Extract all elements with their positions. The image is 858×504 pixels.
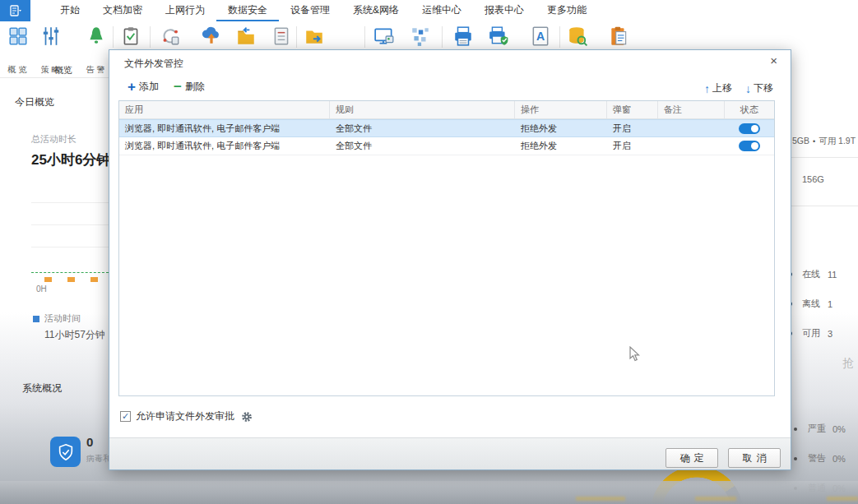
antivirus-card[interactable] (50, 437, 81, 467)
cell-app: 浏览器, 即时通讯软件, 电子邮件客户端 (119, 123, 330, 135)
gridline (31, 247, 109, 247)
delete-label: 删除 (185, 80, 205, 94)
cell-status (725, 141, 774, 151)
column-header[interactable]: 备注 (658, 101, 725, 118)
file-outgoing-button[interactable] (303, 25, 326, 48)
task-check-button[interactable] (119, 25, 142, 48)
table-header: 应用规则操作弹窗备注状态 (119, 101, 774, 119)
sliders-icon (40, 25, 62, 47)
menu-item[interactable]: 更多功能 (536, 0, 598, 21)
menu-item-label: 上网行为 (165, 3, 205, 17)
menu-item[interactable]: 开始 (49, 0, 91, 21)
column-header[interactable]: 操作 (515, 101, 607, 118)
tab-overview[interactable]: 概览 (54, 64, 72, 76)
file-outgoing-dialog: 文件外发管控 × + 添加 − 删除 ↑ 上移 ↓ 下移 (109, 49, 791, 470)
screen-watermark-button[interactable] (373, 25, 396, 48)
ok-button[interactable]: 确定 (666, 448, 718, 468)
close-icon[interactable]: × (770, 53, 777, 67)
grid-icon (7, 25, 29, 47)
data-marker (44, 277, 52, 282)
system-overview-heading: 系统概况 (22, 381, 62, 395)
data-audit-button[interactable] (566, 25, 589, 48)
clipboard-record-button[interactable] (607, 25, 630, 48)
add-button[interactable]: + 添加 (128, 80, 159, 94)
delete-button[interactable]: − 删除 (174, 80, 205, 94)
menu-item[interactable]: 报表中心 (473, 0, 536, 21)
total-activity-label: 总活动时长 (31, 133, 77, 146)
cell-status (725, 123, 774, 134)
threshold-line (31, 272, 109, 273)
move-down-button[interactable]: ↓ 下移 (745, 81, 773, 95)
print-control-button[interactable] (452, 25, 475, 48)
menu-bar: 开始 文档加密 上网行为 数据安全 设备管理 系统&网络 运维中心 报表中心 更… (0, 0, 858, 21)
toolbar-item-label: 告 警 (86, 64, 105, 76)
shield-check-icon (57, 443, 75, 461)
move-actions: ↑ 上移 ↓ 下移 (691, 81, 773, 95)
menu-item-label: 更多功能 (547, 3, 587, 17)
approval-option[interactable]: ✓ 允许申请文件外发审批 (120, 409, 253, 423)
severity-value: 0% (832, 454, 846, 464)
menu-item[interactable]: 运维中心 (410, 0, 473, 21)
overview-button[interactable] (7, 25, 30, 48)
stat-value: 1 (828, 299, 832, 309)
column-header[interactable]: 弹窗 (607, 101, 658, 118)
menu-item[interactable]: 系统&网络 (341, 0, 410, 21)
capacity-value: 156G (802, 174, 824, 184)
cloud-upload-icon (201, 25, 222, 47)
disk-available: 可用 1.9T (819, 136, 856, 146)
column-header[interactable]: 规则 (330, 101, 515, 118)
disk-usage-text: 5GB•可用 1.9T (792, 136, 856, 147)
menu-item[interactable]: 数据安全 (216, 0, 279, 21)
virus-count: 0 (86, 435, 93, 449)
print-log-button[interactable] (270, 25, 293, 48)
gear-icon[interactable] (241, 411, 253, 423)
move-down-label: 下移 (754, 81, 773, 95)
data-marker (67, 277, 75, 282)
alert-button[interactable] (85, 25, 108, 48)
cell-app: 浏览器, 即时通讯软件, 电子邮件客户端 (119, 140, 330, 152)
cell-operation: 拒绝外发 (515, 140, 607, 152)
table-row[interactable]: 浏览器, 即时通讯软件, 电子邮件客户端 全部文件 拒绝外发 开启 (119, 137, 774, 155)
cancel-button[interactable]: 取消 (728, 448, 781, 468)
stat-value: 11 (828, 270, 837, 280)
clipboard-icon (608, 25, 629, 47)
menu-item-label: 报表中心 (485, 3, 524, 17)
menu-item[interactable]: 设备管理 (279, 0, 341, 21)
menu-item-label: 数据安全 (228, 3, 267, 17)
plus-icon: + (128, 80, 136, 94)
menu-item[interactable]: 文档加密 (91, 0, 154, 21)
app-menu-button[interactable] (0, 0, 30, 21)
blurred-content (827, 497, 858, 501)
checkbox-checked[interactable]: ✓ (120, 411, 131, 422)
table-body: 浏览器, 即时通讯软件, 电子邮件客户端 全部文件 拒绝外发 开启 浏览器, 即… (119, 119, 774, 155)
cloud-upload-button[interactable] (200, 25, 223, 48)
status-toggle-on[interactable] (739, 123, 760, 134)
document-lines-icon (271, 25, 292, 47)
column-header[interactable]: 状态 (725, 101, 774, 118)
blurred-content (695, 497, 736, 501)
toolbar-item-label: 概 览 (8, 64, 27, 76)
print-security-button[interactable] (487, 25, 510, 48)
severity-stat: 严重 0% (794, 423, 846, 435)
device-stat: 离线 1 (788, 298, 832, 310)
pattern-watermark-button[interactable] (409, 25, 432, 48)
x-axis-tick: 0H (36, 284, 47, 294)
rules-table: 应用规则操作弹窗备注状态 浏览器, 即时通讯软件, 电子邮件客户端 全部文件 拒… (118, 100, 775, 396)
activity-chart (31, 202, 109, 284)
status-toggle-on[interactable] (739, 141, 760, 151)
column-header[interactable]: 应用 (119, 101, 330, 118)
document-trace-button[interactable]: A (529, 25, 552, 48)
toolbar-divider (559, 26, 560, 48)
policy-button[interactable] (39, 25, 63, 48)
menu-item[interactable]: 上网行为 (154, 0, 216, 21)
legend-swatch (33, 316, 39, 322)
move-up-button[interactable]: ↑ 上移 (704, 81, 732, 95)
folder-restore-button[interactable] (234, 25, 257, 48)
document-a-icon: A (530, 25, 551, 47)
sync-button[interactable] (159, 25, 182, 48)
data-marker (90, 277, 98, 282)
table-actions: + 添加 − 删除 (128, 80, 220, 94)
mouse-cursor (629, 346, 640, 365)
dialog-title: 文件外发管控 (124, 57, 183, 71)
table-row[interactable]: 浏览器, 即时通讯软件, 电子邮件客户端 全部文件 拒绝外发 开启 (119, 119, 774, 137)
